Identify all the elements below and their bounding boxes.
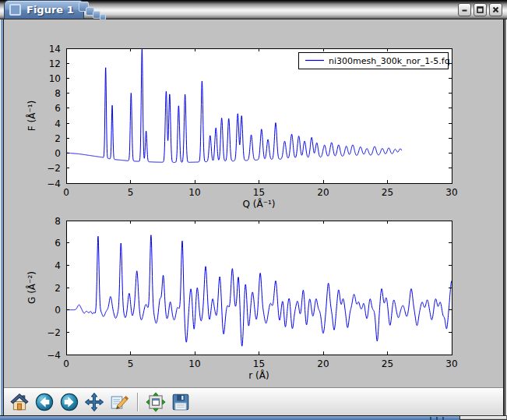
svg-text:−2: −2	[47, 327, 61, 338]
svg-text:G (Å⁻²): G (Å⁻²)	[26, 271, 37, 304]
svg-text:2: 2	[55, 283, 61, 294]
plot-toolbar	[4, 387, 503, 415]
pan-icon	[84, 392, 104, 412]
svg-text:4: 4	[55, 118, 61, 129]
svg-text:10: 10	[188, 358, 200, 369]
svg-text:2: 2	[55, 133, 61, 144]
minimize-button[interactable]	[458, 3, 471, 16]
svg-text:15: 15	[253, 187, 265, 198]
svg-text:10: 10	[188, 187, 200, 198]
app-icon	[9, 4, 21, 16]
close-button[interactable]	[489, 3, 502, 16]
zoom-to-rect-icon	[109, 392, 129, 412]
svg-text:6: 6	[55, 238, 61, 249]
svg-text:F (Å⁻¹): F (Å⁻¹)	[26, 101, 37, 131]
svg-text:0: 0	[63, 358, 69, 369]
window-resize-grip[interactable]	[0, 415, 459, 420]
titlebar[interactable]: Figure 1	[0, 0, 507, 19]
svg-text:20: 20	[317, 358, 329, 369]
svg-text:Q (Å⁻¹): Q (Å⁻¹)	[243, 198, 276, 210]
figure-window: Figure 1 051015202530−4−202468101214Q (Å…	[0, 0, 507, 420]
window-border-right	[503, 19, 507, 415]
home-icon	[9, 392, 30, 412]
svg-text:30: 30	[445, 358, 457, 369]
svg-text:8: 8	[55, 88, 61, 99]
svg-text:−2: −2	[47, 163, 61, 174]
save-icon	[171, 392, 191, 412]
window-title: Figure 1	[26, 5, 74, 15]
close-icon	[491, 5, 500, 14]
title-tab: Figure 1	[4, 0, 84, 19]
svg-text:20: 20	[317, 187, 329, 198]
zoom-to-rect-button[interactable]	[107, 390, 131, 414]
svg-text:−4: −4	[47, 178, 61, 189]
svg-text:25: 25	[382, 358, 393, 369]
svg-text:8: 8	[55, 216, 61, 227]
maximize-icon	[476, 5, 484, 14]
back-icon	[34, 392, 55, 412]
window-controls	[458, 3, 502, 16]
svg-text:10: 10	[49, 73, 61, 84]
svg-text:−4: −4	[47, 350, 61, 361]
minimize-icon	[460, 5, 469, 14]
svg-text:0: 0	[63, 187, 69, 198]
home-button[interactable]	[8, 390, 31, 414]
forward-button[interactable]	[58, 390, 81, 414]
svg-text:5: 5	[128, 358, 134, 369]
plots-svg: 051015202530−4−202468101214Q (Å⁻¹)F (Å⁻¹…	[4, 19, 503, 387]
svg-text:6: 6	[55, 103, 61, 114]
svg-text:5: 5	[128, 187, 134, 198]
svg-text:14: 14	[49, 44, 61, 55]
save-button[interactable]	[169, 390, 192, 414]
window-bottom-border	[0, 415, 507, 420]
maximize-button[interactable]	[474, 3, 487, 16]
svg-text:25: 25	[382, 187, 393, 198]
figure-canvas[interactable]: 051015202530−4−202468101214Q (Å⁻¹)F (Å⁻¹…	[4, 19, 503, 387]
svg-text:0: 0	[55, 148, 61, 159]
svg-text:r (Å): r (Å)	[248, 369, 269, 381]
svg-text:ni300mesh_300k_nor_1-5.fq: ni300mesh_300k_nor_1-5.fq	[329, 56, 450, 66]
pan-button[interactable]	[83, 390, 106, 414]
forward-icon	[59, 392, 79, 412]
back-button[interactable]	[33, 390, 56, 414]
svg-text:15: 15	[253, 358, 265, 369]
svg-text:0: 0	[55, 305, 61, 316]
toolbar-separator	[137, 393, 138, 411]
svg-text:4: 4	[55, 260, 61, 271]
svg-text:30: 30	[445, 187, 457, 198]
window-resize-corner[interactable]	[459, 415, 507, 420]
configure-subplots-button[interactable]	[144, 390, 167, 414]
svg-text:12: 12	[49, 58, 61, 69]
configure-subplots-icon	[146, 392, 166, 412]
